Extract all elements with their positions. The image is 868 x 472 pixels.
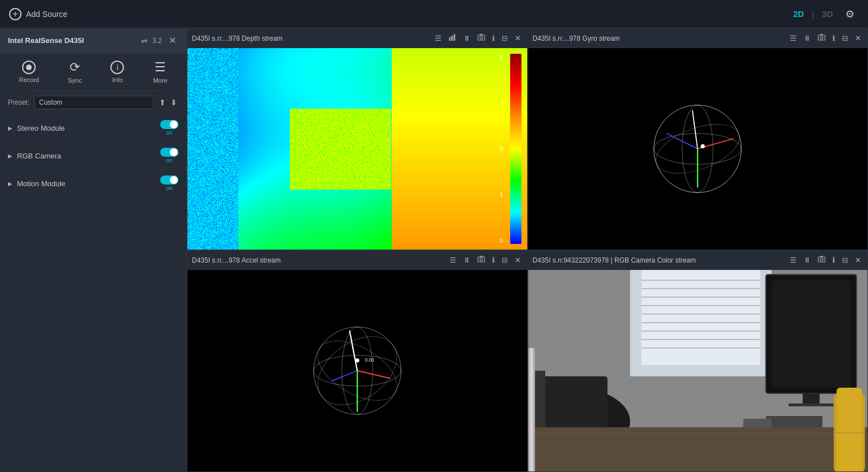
gyro-sphere-svg <box>641 92 754 205</box>
svg-rect-56 <box>528 427 868 471</box>
svg-rect-60 <box>743 419 771 427</box>
more-label: More <box>153 77 167 84</box>
info-icon: i <box>110 61 124 74</box>
device-header: Intel RealSense D435I ⇌ 3.2 ✕ <box>0 28 186 53</box>
preset-row: Preset: Custom ⬆ ⬇ <box>0 91 186 114</box>
preset-arrows: ⬆ ⬇ <box>158 97 178 108</box>
preset-select[interactable]: Custom <box>34 96 153 109</box>
info-control[interactable]: i Info <box>110 61 124 83</box>
depth-info-button[interactable]: ℹ <box>490 33 497 43</box>
gyro-pause-button[interactable]: ⏸ <box>802 33 813 43</box>
rgb-list-button[interactable]: ☰ <box>788 255 798 265</box>
svg-line-31 <box>349 331 357 371</box>
svg-rect-0 <box>449 37 450 41</box>
streams-area: D435I s.n:...978 Depth stream ☰ ⏸ ℹ ⊟ ✕ <box>187 28 868 472</box>
gyro-list-button[interactable]: ☰ <box>788 33 798 43</box>
view-divider: | <box>812 9 814 19</box>
motion-module-item[interactable]: ▶ Motion Module on <box>0 170 186 198</box>
gyro-close-button[interactable]: ✕ <box>853 33 863 43</box>
depth-list-button[interactable]: ☰ <box>433 33 443 43</box>
accel-stream-content: 0.00 <box>187 270 527 471</box>
rgb-visualization <box>528 270 868 471</box>
svg-rect-22 <box>480 256 482 257</box>
rgb-snapshot-button[interactable] <box>816 255 827 265</box>
usb-version: 3.2 <box>152 37 162 45</box>
depth-chart-button[interactable] <box>447 33 458 44</box>
depth-close-button[interactable]: ✕ <box>513 33 523 43</box>
depth-snapshot-button[interactable] <box>476 33 487 44</box>
motion-toggle[interactable] <box>160 175 178 184</box>
rgb-stream-title: D435I s.n:943222073978 | RGB Camera Colo… <box>533 256 785 264</box>
motion-toggle-wrapper: on <box>160 175 178 191</box>
accel-info-button[interactable]: ℹ <box>490 255 497 265</box>
accel-list-button[interactable]: ☰ <box>448 255 458 265</box>
module-list: ▶ Stereo Module on ▶ RGB Camera on ▶ Mot… <box>0 114 186 472</box>
rgb-info-button[interactable]: ℹ <box>831 255 837 265</box>
rgb-toggle-label: on <box>166 157 172 164</box>
svg-rect-59 <box>766 416 822 427</box>
depth-pause-button[interactable]: ⏸ <box>461 33 472 43</box>
gyro-info-button[interactable]: ℹ <box>831 33 837 43</box>
rgb-pause-button[interactable]: ⏸ <box>802 255 813 265</box>
stereo-toggle[interactable] <box>160 120 178 129</box>
svg-line-29 <box>331 371 357 381</box>
sync-label: Sync <box>68 77 82 84</box>
svg-rect-52 <box>788 404 833 406</box>
svg-line-18 <box>692 110 698 149</box>
svg-rect-34 <box>818 257 825 262</box>
add-source-button[interactable]: + Add Source <box>9 8 67 20</box>
rgb-toggle[interactable] <box>160 148 178 157</box>
motion-expand-icon: ▶ <box>8 181 12 187</box>
device-name: Intel RealSense D435I <box>8 36 136 45</box>
preset-upload-button[interactable]: ⬆ <box>158 97 167 108</box>
gyro-stream-title: D435I s.n:...978 Gyro stream <box>533 35 785 42</box>
top-bar: + Add Source 2D | 3D ⚙ <box>0 0 868 28</box>
svg-rect-63 <box>528 348 535 471</box>
preset-download-button[interactable]: ⬇ <box>169 97 178 108</box>
accel-snapshot-button[interactable] <box>476 255 487 265</box>
preset-label: Preset: <box>8 98 29 106</box>
gyro-stream-header: D435I s.n:...978 Gyro stream ☰ ⏸ ℹ ⊟ ✕ <box>528 29 868 48</box>
view-2d-button[interactable]: 2D <box>788 7 810 21</box>
device-close-button[interactable]: ✕ <box>166 34 178 47</box>
gyro-stream-content <box>528 48 868 250</box>
rgb-close-button[interactable]: ✕ <box>853 255 863 265</box>
view-3d-button[interactable]: 3D <box>816 7 839 21</box>
svg-rect-58 <box>836 388 862 471</box>
rgb-expand-icon: ▶ <box>8 153 12 159</box>
svg-rect-36 <box>820 256 823 257</box>
settings-button[interactable]: ⚙ <box>841 6 859 23</box>
gyro-minimize-button[interactable]: ⊟ <box>840 33 850 43</box>
accel-pause-button[interactable]: ⏸ <box>461 255 472 265</box>
record-control[interactable]: Record <box>19 61 39 83</box>
accel-close-button[interactable]: ✕ <box>513 255 523 265</box>
rgb-minimize-button[interactable]: ⊟ <box>840 255 850 265</box>
main-content: Intel RealSense D435I ⇌ 3.2 ✕ Record ⟳ S… <box>0 28 868 472</box>
colorbar-label-1: 1 <box>499 191 503 198</box>
stereo-module-name: Stereo Module <box>17 124 160 132</box>
svg-rect-4 <box>478 35 485 40</box>
svg-point-19 <box>701 144 705 148</box>
svg-point-8 <box>820 36 823 39</box>
sidebar-controls: Record ⟳ Sync i Info ☰ More <box>0 53 186 91</box>
sync-control[interactable]: ⟳ Sync <box>68 60 82 84</box>
svg-rect-3 <box>454 34 455 41</box>
preset-select-wrapper: Custom <box>34 96 153 109</box>
svg-line-28 <box>357 371 391 379</box>
depth-minimize-button[interactable]: ⊟ <box>500 33 510 43</box>
motion-module-name: Motion Module <box>17 179 160 188</box>
stereo-module-item[interactable]: ▶ Stereo Module on <box>0 114 186 142</box>
accel-minimize-button[interactable]: ⊟ <box>500 255 510 265</box>
depth-colorbar-labels: 4 3 2 1 0 <box>499 54 503 244</box>
accel-stream-panel: D435I s.n:...978 Accel stream ☰ ⏸ ℹ ⊟ ✕ <box>187 250 528 472</box>
depth-visualization <box>187 48 527 250</box>
gyro-snapshot-button[interactable] <box>816 33 827 44</box>
stereo-toggle-label: on <box>166 130 172 136</box>
depth-colorbar: 4 3 2 1 0 <box>510 54 521 244</box>
more-control[interactable]: ☰ More <box>153 60 167 84</box>
rgb-camera-item[interactable]: ▶ RGB Camera on <box>0 142 186 170</box>
svg-rect-7 <box>818 35 825 40</box>
stereo-expand-icon: ▶ <box>8 125 12 131</box>
depth-colorbar-gradient <box>510 54 521 244</box>
rgb-stream-content <box>528 270 868 471</box>
